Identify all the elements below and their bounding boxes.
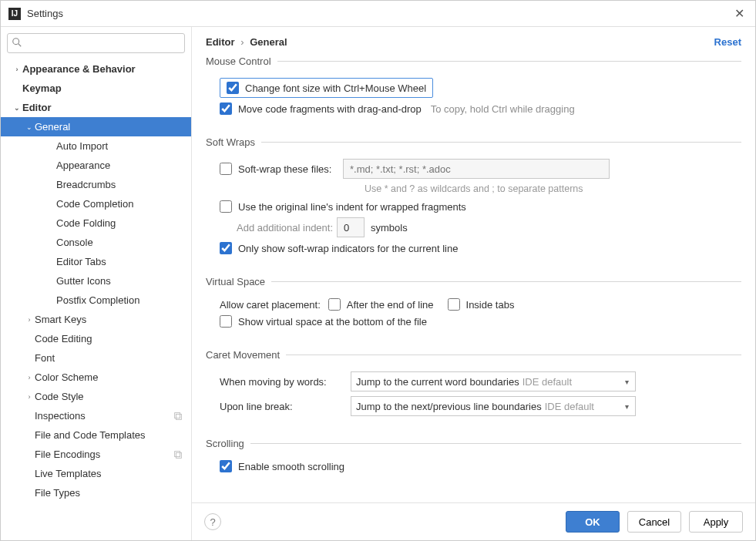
add-indent-field[interactable] — [337, 217, 365, 237]
tree-item-code-completion[interactable]: Code Completion — [1, 194, 191, 213]
svg-rect-2 — [175, 412, 180, 418]
tree-item-label: General — [35, 121, 183, 133]
window-title: Settings — [27, 8, 731, 19]
wildcard-hint: Use * and ? as wildcards and ; to separa… — [365, 183, 741, 194]
tree-item-color-scheme[interactable]: ›Color Scheme — [1, 368, 191, 387]
section-title: Caret Movement — [206, 349, 286, 361]
tree-item-label: Color Scheme — [35, 371, 183, 383]
tree-item-editor[interactable]: ⌄Editor — [1, 98, 191, 117]
settings-tree: ›Appearance & BehaviorKeymap⌄Editor⌄Gene… — [1, 58, 191, 540]
softwrap-files-checkbox[interactable] — [220, 163, 232, 175]
tree-item-live-templates[interactable]: Live Templates — [1, 464, 191, 483]
tree-item-label: Postfix Completion — [56, 294, 183, 306]
section-caret-movement: Caret Movement When moving by words: Jum… — [206, 349, 741, 421]
tree-item-label: Live Templates — [35, 468, 183, 479]
by-words-value: Jump to the current word boundaries — [356, 376, 519, 388]
use-original-indent-label[interactable]: Use the original line's indent for wrapp… — [238, 201, 466, 213]
by-words-select[interactable]: Jump to the current word boundaries IDE … — [351, 371, 636, 391]
cancel-button[interactable]: Cancel — [627, 511, 681, 533]
chevron-right-icon: › — [237, 36, 247, 48]
tree-item-appearance[interactable]: Appearance — [1, 156, 191, 175]
section-title: Mouse Control — [206, 55, 277, 67]
use-original-indent-checkbox[interactable] — [220, 200, 232, 213]
tree-item-gutter-icons[interactable]: Gutter Icons — [1, 271, 191, 291]
breadcrumb: Editor › General — [206, 36, 714, 48]
tree-item-label: Code Editing — [35, 333, 183, 344]
section-scrolling: Scrolling Enable smooth scrolling — [206, 438, 741, 477]
chevron-icon: ⌄ — [24, 123, 35, 131]
search-icon — [12, 37, 22, 48]
svg-rect-3 — [176, 414, 181, 419]
section-title: Soft Wraps — [206, 136, 261, 148]
apply-button[interactable]: Apply — [689, 511, 743, 533]
change-font-size-checkbox[interactable] — [227, 82, 239, 94]
tree-item-label: Gutter Icons — [56, 275, 183, 287]
tree-item-code-folding[interactable]: Code Folding — [1, 213, 191, 233]
close-icon[interactable]: ✕ — [731, 6, 748, 21]
move-fragments-checkbox[interactable] — [220, 102, 232, 115]
chevron-icon: › — [24, 393, 35, 401]
tree-item-label: File and Code Templates — [35, 429, 183, 441]
section-title: Scrolling — [206, 438, 250, 449]
tree-item-label: Breadcrumbs — [56, 179, 183, 190]
breadcrumb-root: Editor — [206, 36, 235, 48]
after-eol-checkbox[interactable] — [328, 298, 341, 311]
tree-item-inspections[interactable]: Inspections — [1, 406, 191, 425]
chevron-icon: › — [24, 316, 35, 324]
tree-item-label: Font — [35, 352, 183, 364]
title-bar: IJ Settings ✕ — [1, 1, 755, 27]
svg-rect-5 — [176, 452, 181, 458]
softwrap-files-label[interactable]: Soft-wrap these files: — [238, 163, 338, 175]
change-font-size-label[interactable]: Change font size with Ctrl+Mouse Wheel — [245, 82, 426, 94]
tree-item-auto-import[interactable]: Auto Import — [1, 136, 191, 156]
help-icon[interactable]: ? — [204, 513, 221, 530]
tree-item-editor-tabs[interactable]: Editor Tabs — [1, 252, 191, 271]
softwrap-files-field[interactable] — [343, 159, 610, 179]
show-bottom-checkbox[interactable] — [220, 315, 232, 328]
tree-item-keymap[interactable]: Keymap — [1, 79, 191, 98]
chevron-icon: ⌄ — [12, 104, 22, 112]
tree-item-label: Code Style — [35, 391, 183, 402]
tree-item-label: Editor Tabs — [56, 256, 183, 267]
show-bottom-label[interactable]: Show virtual space at the bottom of the … — [238, 316, 427, 328]
inside-tabs-checkbox[interactable] — [448, 298, 460, 311]
smooth-scrolling-checkbox[interactable] — [220, 460, 232, 472]
by-words-label: When moving by words: — [220, 376, 351, 388]
tree-item-label: Appearance — [56, 160, 183, 171]
tree-item-general[interactable]: ⌄General — [1, 117, 191, 136]
ide-default-hint: IDE default — [545, 401, 594, 412]
line-break-value: Jump to the next/previous line boundarie… — [356, 401, 542, 412]
tree-item-label: Editor — [22, 102, 183, 113]
search-input[interactable] — [7, 33, 185, 53]
allow-caret-label: Allow caret placement: — [220, 299, 321, 311]
only-show-indicators-label[interactable]: Only show soft-wrap indicators for the c… — [238, 243, 458, 254]
tree-item-label: Appearance & Behavior — [22, 63, 183, 75]
tree-item-console[interactable]: Console — [1, 233, 191, 252]
scheme-icon — [173, 449, 183, 460]
tree-item-breadcrumbs[interactable]: Breadcrumbs — [1, 175, 191, 194]
tree-item-code-editing[interactable]: Code Editing — [1, 329, 191, 348]
tree-item-label: Keymap — [22, 82, 183, 94]
tree-item-file-encodings[interactable]: File Encodings — [1, 445, 191, 464]
tree-item-file-types[interactable]: File Types — [1, 483, 191, 502]
scheme-icon — [173, 411, 183, 422]
tree-item-font[interactable]: Font — [1, 348, 191, 368]
svg-rect-4 — [175, 451, 180, 456]
tree-item-smart-keys[interactable]: ›Smart Keys — [1, 310, 191, 329]
only-show-indicators-checkbox[interactable] — [220, 242, 232, 254]
tree-item-appearance-behavior[interactable]: ›Appearance & Behavior — [1, 59, 191, 79]
smooth-scrolling-label[interactable]: Enable smooth scrolling — [238, 461, 344, 472]
inside-tabs-label[interactable]: Inside tabs — [466, 299, 515, 311]
ok-button[interactable]: OK — [566, 511, 620, 533]
line-break-select[interactable]: Jump to the next/previous line boundarie… — [351, 396, 636, 416]
tree-item-label: File Encodings — [35, 449, 170, 460]
reset-link[interactable]: Reset — [714, 36, 741, 48]
add-indent-label: Add additional indent: — [237, 222, 337, 234]
after-eol-label[interactable]: After the end of line — [347, 299, 434, 311]
tree-item-code-style[interactable]: ›Code Style — [1, 387, 191, 406]
svg-point-0 — [13, 39, 19, 45]
tree-item-postfix-completion[interactable]: Postfix Completion — [1, 291, 191, 310]
tree-item-file-and-code-templates[interactable]: File and Code Templates — [1, 425, 191, 445]
move-fragments-label[interactable]: Move code fragments with drag-and-drop — [238, 103, 422, 115]
tree-item-label: Code Completion — [56, 198, 183, 210]
